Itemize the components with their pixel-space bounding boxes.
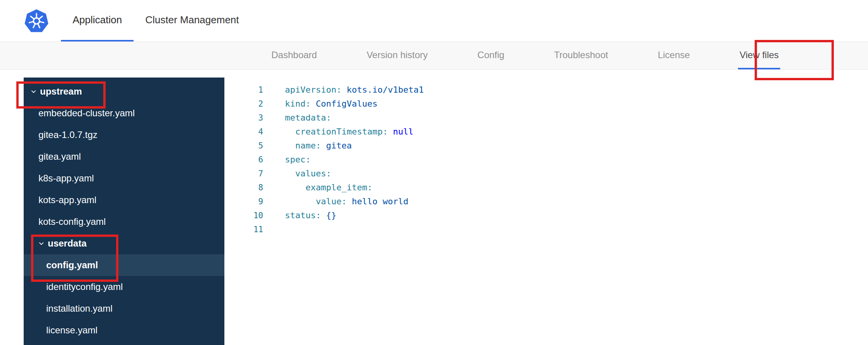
line-number: 3 — [224, 111, 263, 125]
code-lines: 1apiVersion: kots.io/v1beta12kind: Confi… — [224, 83, 868, 236]
tree-file-embedded-cluster-yaml[interactable]: embedded-cluster.yaml — [24, 102, 224, 124]
line-number: 7 — [224, 167, 263, 181]
tree-file-kots-config-yaml[interactable]: kots-config.yaml — [24, 211, 224, 233]
code-text: name: gitea — [263, 139, 352, 153]
tree-label: userdata — [48, 238, 87, 249]
tree-file-installation-yaml[interactable]: installation.yaml — [24, 298, 224, 319]
topnav-tab-application[interactable]: Application — [61, 0, 134, 41]
subnav-tab-config[interactable]: Config — [476, 42, 506, 69]
file-tree-sidebar: upstreamembedded-cluster.yamlgitea-1.0.7… — [24, 78, 224, 345]
line-number: 11 — [224, 223, 263, 236]
code-line-9[interactable]: 9 value: hello world — [224, 195, 868, 209]
code-text: kind: ConfigValues — [263, 97, 377, 111]
subnav-tab-view-files[interactable]: View files — [738, 42, 780, 69]
kots-admin-console: ApplicationCluster Management DashboardV… — [0, 0, 868, 345]
tree-label: installation.yaml — [46, 303, 113, 314]
tree-label: embedded-cluster.yaml — [38, 108, 135, 119]
line-number: 1 — [224, 83, 263, 97]
line-number: 2 — [224, 97, 263, 111]
code-line-1[interactable]: 1apiVersion: kots.io/v1beta1 — [224, 83, 868, 97]
subnav-tab-version-history[interactable]: Version history — [365, 42, 429, 69]
tree-file-gitea-1-0-7-tgz[interactable]: gitea-1.0.7.tgz — [24, 124, 224, 146]
tree-label: kots-config.yaml — [38, 216, 106, 227]
code-editor[interactable]: 1apiVersion: kots.io/v1beta12kind: Confi… — [224, 70, 868, 345]
subnav-tabs: DashboardVersion historyConfigTroublesho… — [247, 42, 804, 69]
kubernetes-logo-icon[interactable] — [24, 0, 49, 41]
code-line-4[interactable]: 4 creationTimestamp: null — [224, 125, 868, 139]
tree-label: gitea.yaml — [38, 151, 81, 162]
code-line-3[interactable]: 3metadata: — [224, 111, 868, 125]
tree-file-identityconfig-yaml[interactable]: identityconfig.yaml — [24, 276, 224, 298]
tree-label: kots-app.yaml — [38, 195, 96, 205]
code-line-5[interactable]: 5 name: gitea — [224, 139, 868, 153]
tree-file-gitea-yaml[interactable]: gitea.yaml — [24, 146, 224, 167]
code-line-11[interactable]: 11 — [224, 223, 868, 236]
tree-file-license-yaml[interactable]: license.yaml — [24, 319, 224, 341]
code-text: values: — [263, 167, 331, 181]
tree-label: license.yaml — [46, 325, 97, 336]
line-number: 10 — [224, 209, 263, 223]
code-line-8[interactable]: 8 example_item: — [224, 181, 868, 195]
subnav-tab-dashboard[interactable]: Dashboard — [270, 42, 318, 69]
tree-file-config-yaml[interactable]: config.yaml — [24, 254, 224, 276]
line-number: 4 — [224, 125, 263, 139]
code-line-7[interactable]: 7 values: — [224, 167, 868, 181]
line-number: 9 — [224, 195, 263, 209]
top-navbar: ApplicationCluster Management — [0, 0, 868, 42]
line-number: 8 — [224, 181, 263, 195]
code-line-2[interactable]: 2kind: ConfigValues — [224, 97, 868, 111]
tree-folder-userdata[interactable]: userdata — [24, 233, 224, 254]
code-text: creationTimestamp: null — [263, 125, 413, 139]
file-tree: upstreamembedded-cluster.yamlgitea-1.0.7… — [24, 81, 224, 341]
line-number: 5 — [224, 139, 263, 153]
code-text: value: hello world — [263, 195, 408, 209]
code-text: status: {} — [263, 209, 336, 223]
subnav-tab-license[interactable]: License — [656, 42, 691, 69]
code-text — [263, 223, 285, 236]
line-number: 6 — [224, 153, 263, 167]
subnav-tab-troubleshoot[interactable]: Troubleshoot — [552, 42, 609, 69]
tree-label: upstream — [40, 86, 82, 97]
code-text: apiVersion: kots.io/v1beta1 — [263, 83, 424, 97]
code-text: example_item: — [263, 181, 372, 195]
tree-label: config.yaml — [46, 260, 98, 271]
app-subnav: DashboardVersion historyConfigTroublesho… — [0, 42, 868, 70]
tree-file-k8s-app-yaml[interactable]: k8s-app.yaml — [24, 167, 224, 189]
code-text: metadata: — [263, 111, 331, 125]
tree-label: identityconfig.yaml — [46, 281, 123, 292]
tree-file-kots-app-yaml[interactable]: kots-app.yaml — [24, 189, 224, 211]
chevron-down-icon — [31, 89, 36, 95]
topnav-tab-cluster-management[interactable]: Cluster Management — [134, 0, 250, 41]
tree-label: k8s-app.yaml — [38, 173, 94, 184]
main-content: upstreamembedded-cluster.yamlgitea-1.0.7… — [0, 70, 868, 345]
kubernetes-helm-wheel-icon — [24, 9, 49, 33]
code-text: spec: — [263, 153, 311, 167]
tree-label: gitea-1.0.7.tgz — [38, 129, 97, 140]
code-line-6[interactable]: 6spec: — [224, 153, 868, 167]
chevron-down-icon — [38, 241, 44, 247]
code-line-10[interactable]: 10status: {} — [224, 209, 868, 223]
topnav-tabs: ApplicationCluster Management — [61, 0, 251, 41]
tree-folder-upstream[interactable]: upstream — [24, 81, 224, 102]
